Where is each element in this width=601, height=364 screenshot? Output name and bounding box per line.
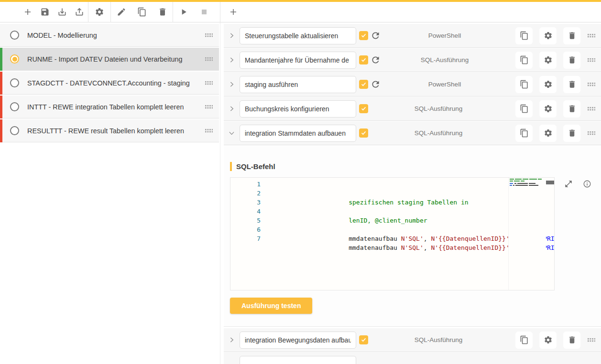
test-execution-button[interactable]: Ausführung testen bbox=[230, 298, 312, 314]
action-icon bbox=[568, 335, 577, 344]
sidebar-item[interactable]: RUNME - Import DATEV Dateien und Verarbe… bbox=[0, 48, 219, 71]
sidebar-item[interactable]: INTTT - REWE integration Tabellen komple… bbox=[0, 96, 219, 118]
task-title-input[interactable] bbox=[240, 76, 356, 93]
chevron-right-icon bbox=[228, 56, 236, 64]
drag-handle[interactable] bbox=[587, 82, 595, 86]
expand-task-button[interactable] bbox=[227, 336, 236, 344]
add-task-button[interactable] bbox=[223, 2, 243, 22]
task-settings-button[interactable] bbox=[539, 125, 557, 142]
delete-task-button[interactable] bbox=[563, 332, 580, 349]
sidebar-item[interactable]: MODEL - Modellierung bbox=[0, 24, 219, 47]
drag-handle[interactable] bbox=[205, 33, 213, 37]
task-enabled-checkbox[interactable] bbox=[359, 104, 368, 113]
expand-task-button[interactable] bbox=[227, 80, 236, 89]
expand-task-button[interactable] bbox=[227, 129, 236, 138]
drag-handle[interactable] bbox=[587, 33, 595, 38]
code-token: mmdatenaufbau bbox=[349, 235, 401, 242]
task-type-label: SQL-Ausführung bbox=[368, 129, 509, 137]
add-button[interactable] bbox=[19, 2, 36, 22]
expand-editor-icon[interactable] bbox=[564, 179, 573, 189]
action-icon bbox=[568, 104, 577, 113]
task-settings-button[interactable] bbox=[539, 332, 557, 349]
task-enabled-checkbox[interactable] bbox=[359, 335, 368, 344]
task-title-input[interactable] bbox=[240, 100, 356, 118]
flow-radio[interactable] bbox=[10, 54, 19, 64]
save-button[interactable] bbox=[36, 2, 54, 22]
duplicate-task-button[interactable] bbox=[515, 76, 533, 93]
expand-task-button[interactable] bbox=[227, 105, 236, 113]
drag-handle[interactable] bbox=[587, 131, 595, 135]
task-settings-button[interactable] bbox=[539, 27, 557, 44]
code-line: 6 mmdatenaufbau N'SQL', N'{{Datenquellen… bbox=[230, 225, 554, 234]
task-enabled-checkbox[interactable] bbox=[359, 80, 368, 89]
drag-handle[interactable] bbox=[587, 338, 595, 342]
task: SQL-Ausführung bbox=[224, 328, 601, 352]
task-enabled-checkbox[interactable] bbox=[359, 55, 368, 64]
download-button[interactable] bbox=[54, 2, 71, 22]
task: SQL-Ausführung bbox=[224, 97, 601, 121]
delete-task-button[interactable] bbox=[563, 52, 580, 69]
duplicate-task-button[interactable] bbox=[515, 332, 533, 349]
task-settings-button[interactable] bbox=[539, 52, 557, 69]
upload-button[interactable] bbox=[71, 2, 88, 22]
flow-radio[interactable] bbox=[10, 102, 19, 111]
duplicate-task-button[interactable] bbox=[515, 125, 533, 142]
drag-handle[interactable] bbox=[205, 57, 213, 61]
task-enabled-checkbox[interactable] bbox=[359, 31, 368, 40]
expand-task-button[interactable] bbox=[227, 32, 236, 40]
task-title-input[interactable] bbox=[240, 356, 356, 364]
flow-radio[interactable] bbox=[10, 78, 19, 87]
task: SQL-Ausführung bbox=[224, 121, 601, 327]
code-line: 1 spezifischen staging Tabellen in bbox=[230, 180, 554, 189]
drag-handle[interactable] bbox=[205, 81, 213, 85]
delete-task-button[interactable] bbox=[563, 76, 580, 93]
sql-code-editor[interactable]: 1 spezifischen staging Tabellen in 2 bbox=[230, 177, 555, 290]
flow-radio[interactable] bbox=[10, 126, 19, 135]
drag-handle[interactable] bbox=[205, 105, 213, 109]
delete-task-button[interactable] bbox=[563, 100, 580, 118]
stop-button[interactable] bbox=[194, 2, 214, 22]
code-token: , bbox=[424, 235, 431, 242]
code-line: 3 lenID, @client_number bbox=[230, 198, 554, 207]
editor-info-icon[interactable] bbox=[582, 179, 592, 189]
action-icon bbox=[520, 55, 529, 64]
duplicate-task-button[interactable] bbox=[515, 27, 533, 44]
edit-button[interactable] bbox=[111, 2, 131, 22]
delete-task-button[interactable] bbox=[563, 125, 580, 142]
task-row: SQL-Ausführung bbox=[224, 97, 601, 121]
task-row-partial bbox=[224, 353, 601, 364]
section-label: SQL-Befehl bbox=[230, 162, 601, 171]
code-line: 4 bbox=[230, 207, 554, 216]
task-enabled-checkbox[interactable] bbox=[359, 128, 368, 138]
delete-button[interactable] bbox=[152, 2, 173, 22]
editor-minimap[interactable] bbox=[508, 178, 546, 290]
check-icon bbox=[361, 337, 367, 343]
toolbar bbox=[0, 0, 601, 22]
duplicate-task-button[interactable] bbox=[515, 100, 533, 118]
code-token: , bbox=[424, 244, 431, 251]
action-icon bbox=[568, 31, 577, 40]
sidebar-item[interactable]: STAGDCTT - DATEVCONNECT.Accounting - sta… bbox=[0, 72, 219, 95]
editor-scrollbar-thumb[interactable] bbox=[546, 181, 554, 184]
task-actions bbox=[509, 100, 580, 118]
task-title-input[interactable] bbox=[240, 125, 356, 142]
expand-task-button[interactable] bbox=[227, 56, 236, 64]
duplicate-task-button[interactable] bbox=[515, 52, 533, 69]
task-settings-button[interactable] bbox=[539, 100, 557, 118]
status-bar bbox=[0, 96, 2, 118]
flow-radio[interactable] bbox=[10, 31, 19, 40]
action-icon bbox=[568, 80, 577, 89]
duplicate-button[interactable] bbox=[131, 2, 152, 22]
task-title-input[interactable] bbox=[240, 332, 356, 349]
delete-task-button[interactable] bbox=[563, 27, 580, 44]
task-settings-button[interactable] bbox=[539, 76, 557, 93]
task-title-input[interactable] bbox=[240, 27, 356, 44]
drag-handle[interactable] bbox=[205, 128, 213, 133]
sidebar-item[interactable]: RESULTTT - REWE result Tabellen komplett… bbox=[0, 119, 219, 142]
run-button[interactable] bbox=[173, 2, 194, 22]
task-title-input[interactable] bbox=[240, 52, 356, 69]
drag-handle[interactable] bbox=[587, 58, 595, 62]
action-icon bbox=[520, 104, 529, 113]
settings-button[interactable] bbox=[88, 2, 110, 22]
drag-handle[interactable] bbox=[587, 107, 595, 111]
